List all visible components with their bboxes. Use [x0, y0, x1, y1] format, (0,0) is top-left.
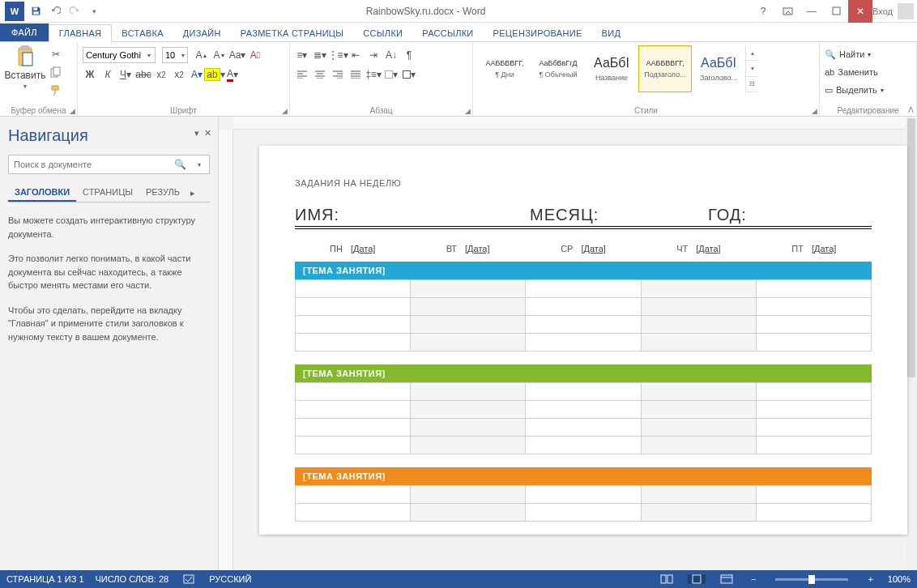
subscript-icon[interactable]: x2: [154, 67, 168, 82]
vertical-ruler[interactable]: [219, 130, 233, 570]
section-2-header: [ТЕМА ЗАНЯТИЯ]: [295, 364, 872, 382]
vertical-scrollbar[interactable]: [906, 117, 917, 570]
decrease-indent-icon[interactable]: ⇤: [348, 48, 363, 62]
print-layout-icon[interactable]: [688, 574, 706, 584]
styles-more[interactable]: ▴▾⊟: [745, 45, 758, 92]
bullets-icon[interactable]: ≡▾: [295, 48, 309, 62]
font-size-input[interactable]: [162, 47, 188, 63]
shading-icon[interactable]: ▾: [384, 67, 399, 82]
nav-tabs-overflow-icon[interactable]: ▸: [186, 184, 199, 202]
tab-view[interactable]: ВИД: [592, 25, 631, 41]
status-bar: СТРАНИЦА 1 ИЗ 1 ЧИСЛО СЛОВ: 28 РУССКИЙ −…: [0, 570, 917, 588]
sign-in-link[interactable]: Вход: [872, 6, 893, 16]
tab-home[interactable]: ГЛАВНАЯ: [49, 24, 113, 42]
styles-launcher-icon[interactable]: ◢: [812, 107, 817, 115]
sort-icon[interactable]: A↓: [384, 48, 399, 62]
name-label: ИМЯ:: [295, 206, 530, 224]
multilevel-icon[interactable]: ⋮≡▾: [331, 48, 345, 62]
collapse-ribbon-icon[interactable]: ᐱ: [908, 105, 914, 114]
zoom-out-icon[interactable]: −: [748, 574, 759, 584]
font-group-label: Шрифт: [170, 106, 197, 115]
select-button[interactable]: ▭Выделить▾: [825, 81, 911, 99]
page[interactable]: ЗАДАНИЯ НА НЕДЕЛЮ ИМЯ: МЕСЯЦ: ГОД: ПН[Да…: [259, 146, 907, 535]
undo-icon[interactable]: [49, 5, 62, 18]
change-case-icon[interactable]: Aa▾: [230, 48, 245, 62]
minimize-button[interactable]: —: [800, 0, 824, 23]
superscript-icon[interactable]: x2: [172, 67, 186, 82]
style-normal[interactable]: АаБбВвГгД¶ Обычный: [531, 45, 585, 92]
nav-tab-results[interactable]: РЕЗУЛЬ: [139, 184, 186, 202]
select-icon: ▭: [825, 85, 833, 96]
increase-indent-icon[interactable]: ⇥: [366, 48, 381, 62]
justify-icon[interactable]: [348, 67, 363, 82]
grow-font-icon[interactable]: A▲: [194, 48, 209, 62]
avatar-icon[interactable]: [898, 3, 914, 19]
font-color-icon[interactable]: A▾: [225, 67, 240, 82]
font-launcher-icon[interactable]: ◢: [282, 107, 288, 115]
copy-icon[interactable]: [49, 65, 63, 79]
redo-icon[interactable]: [68, 5, 81, 18]
maximize-button[interactable]: [824, 0, 848, 23]
svg-rect-3: [833, 7, 840, 15]
shrink-font-icon[interactable]: A▼: [212, 48, 227, 62]
qat-more-icon[interactable]: ▾: [87, 5, 100, 18]
paste-button[interactable]: Вставить ▾: [5, 45, 45, 97]
zoom-in-icon[interactable]: +: [864, 574, 876, 584]
numbering-icon[interactable]: ≣▾: [313, 48, 327, 62]
style-heading[interactable]: АаБбIЗаголово...: [692, 45, 745, 92]
style-dni[interactable]: ААББВВГГ,¶ Дни: [478, 45, 531, 92]
tab-file[interactable]: ФАЙЛ: [0, 23, 49, 41]
tab-mailings[interactable]: РАССЫЛКИ: [412, 25, 483, 41]
line-spacing-icon[interactable]: ‡≡▾: [366, 67, 381, 82]
proofing-icon[interactable]: [180, 573, 198, 585]
search-menu-icon[interactable]: ▾: [190, 161, 209, 168]
text-effects-icon[interactable]: A▾: [190, 67, 204, 82]
tab-design[interactable]: ДИЗАЙН: [173, 25, 231, 41]
cut-icon[interactable]: ✂: [49, 47, 63, 62]
italic-icon[interactable]: К: [100, 67, 115, 82]
ribbon-options-icon[interactable]: [775, 0, 800, 23]
nav-search-input[interactable]: [9, 160, 170, 169]
replace-button[interactable]: abЗаменить: [825, 63, 911, 81]
nav-menu-icon[interactable]: ▾: [194, 128, 199, 138]
tab-insert[interactable]: ВСТАВКА: [112, 25, 173, 41]
status-words[interactable]: ЧИСЛО СЛОВ: 28: [96, 574, 169, 584]
clipboard-launcher-icon[interactable]: ◢: [70, 107, 75, 115]
align-left-icon[interactable]: [295, 67, 309, 82]
highlight-icon[interactable]: ab▾: [207, 67, 222, 82]
font-name-input[interactable]: [83, 47, 156, 63]
svg-rect-1: [33, 11, 39, 14]
search-icon[interactable]: 🔍: [170, 159, 190, 170]
status-language[interactable]: РУССКИЙ: [209, 574, 251, 584]
format-painter-icon[interactable]: [49, 83, 63, 97]
strike-icon[interactable]: abc: [136, 67, 151, 82]
bold-icon[interactable]: Ж: [83, 67, 97, 82]
style-subtitle[interactable]: ААББВВГГ,Подзаголо...: [638, 45, 692, 92]
borders-icon[interactable]: ▾: [402, 67, 416, 82]
help-icon[interactable]: ?: [751, 0, 775, 23]
web-layout-icon[interactable]: [717, 574, 736, 584]
tab-references[interactable]: ССЫЛКИ: [353, 25, 412, 41]
scrollbar-thumb[interactable]: [907, 118, 915, 377]
paragraph-launcher-icon[interactable]: ◢: [465, 107, 471, 115]
read-mode-icon[interactable]: [657, 574, 676, 584]
status-page[interactable]: СТРАНИЦА 1 ИЗ 1: [6, 574, 84, 584]
tab-layout[interactable]: РАЗМЕТКА СТРАНИЦЫ: [231, 25, 354, 41]
show-marks-icon[interactable]: ¶: [402, 48, 416, 62]
zoom-level[interactable]: 100%: [888, 574, 911, 584]
find-button[interactable]: 🔍Найти▾: [825, 45, 911, 63]
save-icon[interactable]: [29, 5, 42, 18]
align-center-icon[interactable]: [313, 67, 327, 82]
align-right-icon[interactable]: [331, 67, 345, 82]
nav-close-icon[interactable]: ✕: [204, 128, 211, 138]
style-title[interactable]: АаБбIНазвание: [585, 45, 638, 92]
clear-format-icon[interactable]: A⃠: [248, 48, 262, 62]
tab-review[interactable]: РЕЦЕНЗИРОВАНИЕ: [484, 25, 592, 41]
styles-gallery: ААББВВГГ,¶ Дни АаБбВвГгД¶ Обычный АаБбIН…: [478, 45, 814, 92]
nav-tab-pages[interactable]: СТРАНИЦЫ: [76, 184, 139, 202]
zoom-slider[interactable]: [775, 578, 848, 581]
nav-tab-headings[interactable]: ЗАГОЛОВКИ: [8, 184, 76, 202]
horizontal-ruler[interactable]: [233, 117, 906, 130]
close-button[interactable]: ✕: [848, 0, 872, 23]
underline-icon[interactable]: Ч▾: [118, 67, 133, 82]
